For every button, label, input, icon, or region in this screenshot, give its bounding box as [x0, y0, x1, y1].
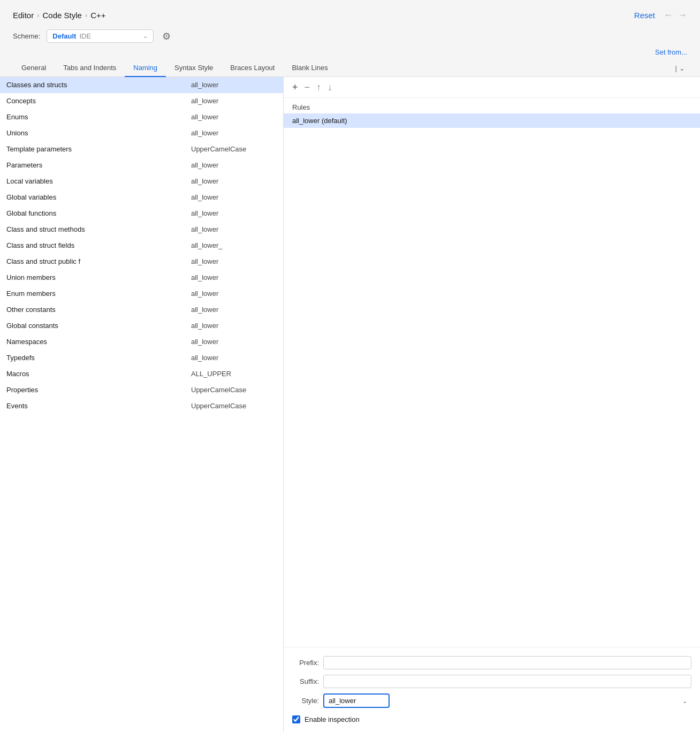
naming-row[interactable]: MacrosALL_UPPER: [0, 366, 283, 382]
left-panel: Classes and structsall_lowerConceptsall_…: [0, 77, 284, 732]
naming-row-value: UpperCamelCase: [191, 386, 277, 394]
naming-row-label: Global variables: [6, 193, 191, 201]
naming-row[interactable]: Classes and structsall_lower: [0, 77, 283, 93]
naming-row-label: Class and struct public f: [6, 257, 191, 265]
tab-braces-layout[interactable]: Braces Layout: [222, 59, 283, 77]
nav-arrows: ← →: [664, 10, 687, 21]
naming-row-label: Unions: [6, 129, 191, 137]
naming-row[interactable]: Enum membersall_lower: [0, 286, 283, 302]
rules-list: all_lower (default): [284, 113, 700, 647]
naming-row[interactable]: Class and struct methodsall_lower: [0, 222, 283, 238]
naming-row-value: all_lower_: [191, 241, 277, 249]
rules-toolbar: + − ↑ ↓: [284, 77, 700, 98]
naming-row-label: Concepts: [6, 97, 191, 105]
naming-row-value: all_lower: [191, 306, 277, 314]
scheme-default-text: Default: [52, 32, 76, 40]
naming-row-label: Enum members: [6, 289, 191, 298]
remove-rule-button[interactable]: −: [305, 82, 310, 92]
tab-naming[interactable]: Naming: [125, 59, 166, 77]
naming-row[interactable]: Global functionsall_lower: [0, 205, 283, 222]
suffix-input[interactable]: [323, 675, 691, 688]
naming-row-value: all_lower: [191, 209, 277, 217]
naming-row-value: UpperCamelCase: [191, 402, 277, 410]
naming-row-label: Other constants: [6, 306, 191, 314]
add-rule-button[interactable]: +: [292, 82, 298, 92]
naming-row[interactable]: PropertiesUpperCamelCase: [0, 382, 283, 398]
naming-row[interactable]: Conceptsall_lower: [0, 93, 283, 109]
naming-row-label: Classes and structs: [6, 81, 191, 89]
move-up-button[interactable]: ↑: [316, 82, 321, 92]
breadcrumb-code-style[interactable]: Code Style: [43, 11, 82, 20]
scheme-chevron-icon: ⌄: [143, 33, 148, 40]
nav-back-button[interactable]: ←: [664, 10, 673, 21]
prefix-label: Prefix:: [292, 659, 319, 667]
breadcrumb: Editor › Code Style › C++: [13, 11, 106, 20]
naming-row[interactable]: Unionsall_lower: [0, 125, 283, 141]
naming-row[interactable]: Global variablesall_lower: [0, 189, 283, 205]
naming-row-value: all_lower: [191, 177, 277, 185]
naming-row-value: all_lower: [191, 225, 277, 233]
enable-inspection-label[interactable]: Enable inspection: [305, 715, 360, 723]
naming-row-value: all_lower: [191, 113, 277, 121]
naming-row[interactable]: Global constantsall_lower: [0, 318, 283, 334]
naming-row[interactable]: Class and struct fieldsall_lower_: [0, 238, 283, 254]
naming-row-value: UpperCamelCase: [191, 145, 277, 153]
naming-row-value: all_lower: [191, 193, 277, 201]
naming-row-value: all_lower: [191, 322, 277, 330]
enable-inspection-row: Enable inspection: [292, 713, 691, 726]
bottom-panel: Prefix: Suffix: Style: all_lower UpperCa…: [284, 647, 700, 732]
nav-forward-button[interactable]: →: [678, 10, 687, 21]
naming-row-value: all_lower: [191, 161, 277, 169]
tab-more[interactable]: | ⌄: [673, 60, 687, 77]
naming-row[interactable]: Enumsall_lower: [0, 109, 283, 125]
breadcrumb-sep-1: ›: [37, 11, 39, 19]
style-label: Style:: [292, 697, 319, 705]
naming-row-value: all_lower: [191, 354, 277, 362]
naming-row-value: all_lower: [191, 257, 277, 265]
naming-row-label: Union members: [6, 273, 191, 281]
naming-row-value: all_lower: [191, 97, 277, 105]
tab-syntax-style[interactable]: Syntax Style: [166, 59, 222, 77]
set-from-link[interactable]: Set from...: [655, 48, 687, 56]
naming-row[interactable]: Namespacesall_lower: [0, 334, 283, 350]
tab-blank-lines[interactable]: Blank Lines: [283, 59, 336, 77]
naming-row[interactable]: Template parametersUpperCamelCase: [0, 141, 283, 157]
naming-row-value: ALL_UPPER: [191, 370, 277, 378]
naming-row[interactable]: Class and struct public fall_lower: [0, 254, 283, 270]
suffix-row: Suffix:: [292, 675, 691, 688]
breadcrumb-editor[interactable]: Editor: [13, 11, 34, 20]
naming-row[interactable]: Typedefsall_lower: [0, 350, 283, 366]
scheme-select[interactable]: Default IDE ⌄: [47, 29, 154, 43]
style-select-wrapper: all_lower UpperCamelCase ALL_UPPER camel…: [323, 693, 691, 708]
prefix-input[interactable]: [323, 656, 691, 669]
naming-row-label: Template parameters: [6, 145, 191, 153]
style-select[interactable]: all_lower UpperCamelCase ALL_UPPER camel…: [323, 693, 390, 708]
scheme-ide-text: IDE: [79, 32, 91, 40]
set-from-row: Set from...: [0, 47, 700, 59]
naming-row-value: all_lower: [191, 81, 277, 89]
naming-row-value: all_lower: [191, 129, 277, 137]
naming-row[interactable]: Union membersall_lower: [0, 270, 283, 286]
tabs-bar: General Tabs and Indents Naming Syntax S…: [0, 59, 700, 77]
naming-row-label: Namespaces: [6, 338, 191, 346]
enable-inspection-checkbox[interactable]: [292, 715, 300, 723]
naming-row[interactable]: EventsUpperCamelCase: [0, 398, 283, 414]
rules-label: Rules: [284, 98, 700, 113]
tab-general[interactable]: General: [13, 59, 55, 77]
naming-row-label: Local variables: [6, 177, 191, 185]
style-row: Style: all_lower UpperCamelCase ALL_UPPE…: [292, 693, 691, 708]
naming-row-value: all_lower: [191, 273, 277, 281]
naming-row[interactable]: Parametersall_lower: [0, 157, 283, 173]
move-down-button[interactable]: ↓: [328, 82, 332, 92]
naming-row-label: Class and struct fields: [6, 241, 191, 249]
prefix-row: Prefix:: [292, 656, 691, 669]
rule-item[interactable]: all_lower (default): [284, 113, 700, 128]
naming-row[interactable]: Other constantsall_lower: [0, 302, 283, 318]
naming-row-label: Global functions: [6, 209, 191, 217]
tab-more-chevron-icon: ⌄: [679, 64, 685, 72]
naming-row[interactable]: Local variablesall_lower: [0, 173, 283, 189]
tab-tabs-and-indents[interactable]: Tabs and Indents: [55, 59, 125, 77]
gear-icon[interactable]: ⚙: [162, 30, 171, 42]
reset-button[interactable]: Reset: [634, 11, 655, 20]
naming-row-label: Global constants: [6, 322, 191, 330]
